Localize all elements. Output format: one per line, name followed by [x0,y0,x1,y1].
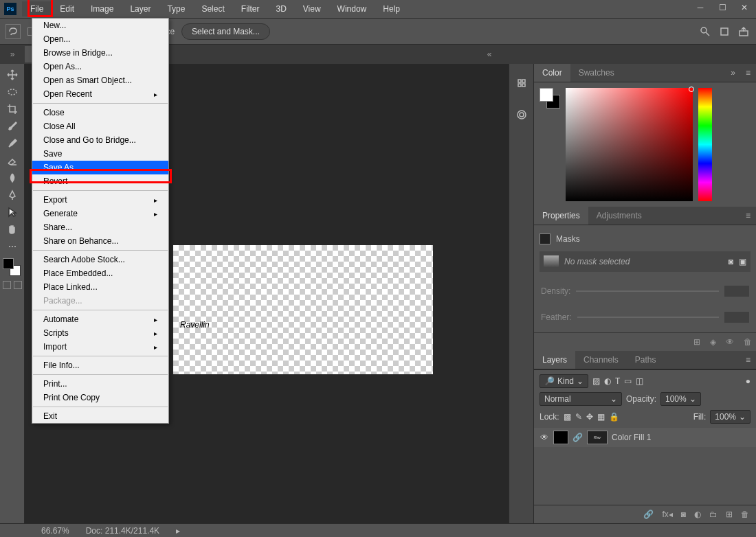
layer-row[interactable]: 👁 🔗 Rav Color Fill 1 [534,428,756,447]
menu-window[interactable]: Window [329,1,375,16]
file-menu-print[interactable]: Print... [32,377,168,391]
filter-kind-dropdown[interactable]: 🔎Kind⌄ [540,374,588,388]
visibility-icon[interactable]: 👁 [726,337,734,347]
marquee-tool[interactable] [3,84,22,100]
tab-channels[interactable]: Channels [575,351,627,369]
panel-menu-icon[interactable]: ≡ [746,68,751,78]
menu-file[interactable]: File [22,1,52,16]
file-menu-automate[interactable]: Automate [32,312,168,326]
menu-image[interactable]: Image [82,1,122,16]
menu-help[interactable]: Help [375,1,408,16]
pixel-mask-icon[interactable]: ◙ [729,257,733,266]
file-menu-close[interactable]: Close [32,106,168,119]
path-select-tool[interactable] [3,204,22,220]
filter-image-icon[interactable]: ▨ [592,376,600,386]
filter-type-icon[interactable]: T [615,376,620,386]
tab-properties[interactable]: Properties [534,207,588,225]
file-menu-search-adobe-stock[interactable]: Search Adobe Stock... [32,253,168,266]
invert-icon[interactable]: ◈ [710,337,716,347]
lock-position-icon[interactable]: ✥ [586,412,593,422]
window-close[interactable]: ✕ [737,1,752,14]
density-value[interactable] [724,286,749,297]
hand-tool[interactable] [3,221,22,238]
file-menu-print-one-copy[interactable]: Print One Copy [32,391,168,404]
menu-select[interactable]: Select [193,1,232,16]
file-menu-new[interactable]: New... [32,19,168,32]
status-flyout-icon[interactable]: ▸ [176,526,180,536]
filter-toggle[interactable]: ● [746,376,751,386]
opacity-dropdown[interactable]: 100%⌄ [660,392,701,406]
select-and-mask-button[interactable]: Select and Mask... [181,23,270,40]
menu-layer[interactable]: Layer [122,1,159,16]
fx-icon[interactable]: fx◂ [662,510,672,519]
file-menu-file-info[interactable]: File Info... [32,358,168,372]
tab-layers[interactable]: Layers [534,351,575,369]
panel-collapse-left[interactable]: » [0,49,25,59]
tab-color[interactable]: Color [534,64,570,82]
file-menu-exit[interactable]: Exit [32,409,168,423]
file-menu-place-embedded[interactable]: Place Embedded... [32,266,168,280]
menu-view[interactable]: View [295,1,329,16]
doc-size[interactable]: Doc: 211.4K/211.4K [86,526,159,536]
color-swatches[interactable] [540,88,560,108]
search-icon[interactable] [700,26,711,37]
file-menu-generate[interactable]: Generate [32,207,168,220]
file-menu-browse-in-bridge[interactable]: Browse in Bridge... [32,46,168,60]
layer-name[interactable]: Color Fill 1 [612,433,651,442]
file-menu-open[interactable]: Open... [32,32,168,46]
panel-menu-icon[interactable]: ≡ [746,355,751,365]
tab-swatches[interactable]: Swatches [570,64,623,82]
fill-dropdown[interactable]: 100%⌄ [710,410,751,424]
eraser-tool[interactable] [3,152,22,169]
file-menu-share-on-behance[interactable]: Share on Behance... [32,234,168,248]
lock-transparent-icon[interactable]: ▩ [564,412,571,422]
pen-tool[interactable] [3,187,22,203]
file-menu-share[interactable]: Share... [32,220,168,234]
brush-tool[interactable] [3,118,22,135]
file-menu-open-as[interactable]: Open As... [32,60,168,73]
feather-value[interactable] [724,312,749,323]
blur-tool[interactable] [3,170,22,186]
feather-slider[interactable] [577,317,719,318]
tool-preset[interactable] [5,24,21,39]
file-menu-save[interactable]: Save [32,147,168,161]
group-icon[interactable]: 🗀 [709,510,718,519]
layer-fill-thumbnail[interactable] [553,431,568,444]
file-menu-import[interactable]: Import [32,340,168,354]
hue-slider[interactable] [698,88,712,201]
panel-collapse-right[interactable]: « [477,49,502,59]
add-mask-icon[interactable]: ◙ [681,510,686,519]
delete-layer-icon[interactable]: 🗑 [741,510,749,519]
zoom-level[interactable]: 66.67% [41,526,69,536]
file-menu-close-and-go-to-bridge[interactable]: Close and Go to Bridge... [32,133,168,147]
adjustment-layer-icon[interactable]: ◐ [694,510,701,519]
panel-menu-icon[interactable]: ≡ [746,211,751,220]
menu-filter[interactable]: Filter [233,1,268,16]
window-maximize[interactable]: ☐ [715,1,730,14]
density-slider[interactable] [576,290,719,292]
share-icon[interactable] [738,26,749,37]
layer-mask-thumbnail[interactable]: Rav [587,431,608,444]
color-field[interactable] [566,88,693,201]
lock-artboard-icon[interactable]: ▦ [597,412,605,422]
file-menu-open-recent[interactable]: Open Recent [32,87,168,101]
menu-type[interactable]: Type [159,1,193,16]
screenmode-toggle[interactable] [14,281,22,289]
layer-visibility-icon[interactable]: 👁 [540,433,549,442]
creative-cloud-icon[interactable] [516,109,527,122]
file-menu-export[interactable]: Export [32,193,168,207]
quickmask-toggle[interactable] [3,281,11,289]
crop-tool[interactable] [3,101,22,117]
foreground-background-swatches[interactable] [3,258,22,277]
file-menu-open-as-smart-object[interactable]: Open as Smart Object... [32,73,168,87]
link-layers-icon[interactable]: 🔗 [643,510,654,519]
artboard-icon[interactable] [719,26,730,37]
tab-adjustments[interactable]: Adjustments [588,207,650,225]
lock-brush-icon[interactable]: ✎ [575,412,582,422]
document-canvas[interactable]: Ravellin [173,245,433,374]
filter-shape-icon[interactable]: ▭ [624,376,632,386]
libraries-icon[interactable] [516,78,527,89]
history-brush-tool[interactable] [3,135,22,152]
vector-mask-icon[interactable]: ▣ [739,257,746,266]
file-menu-save-as[interactable]: Save As... [32,161,168,174]
